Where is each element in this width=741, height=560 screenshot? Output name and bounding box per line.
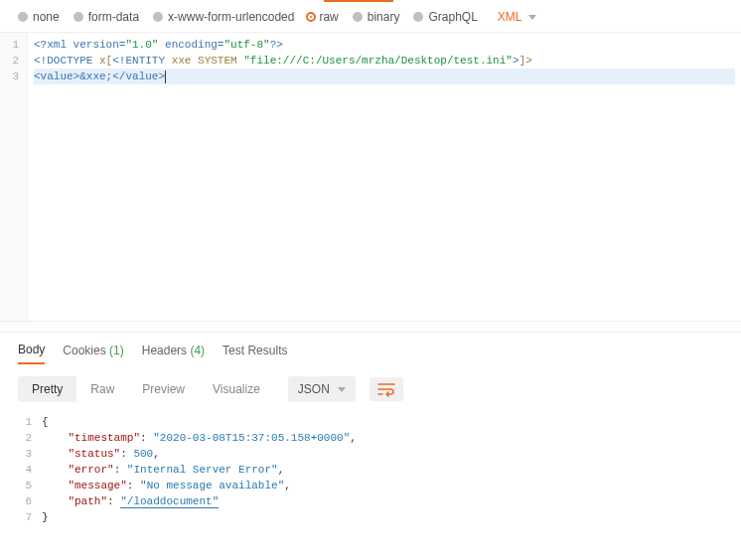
radio-icon	[413, 12, 423, 22]
tab-label: Cookies	[63, 344, 105, 357]
response-format-dropdown[interactable]: JSON	[288, 376, 356, 402]
body-type-urlencoded[interactable]: x-www-form-urlencoded	[153, 10, 294, 24]
text-caret	[165, 70, 166, 83]
view-mode-visualize[interactable]: Visualize	[199, 376, 274, 402]
response-tab-tests[interactable]: Test Results	[222, 344, 287, 363]
view-mode-group: PrettyRawPreviewVisualize	[18, 376, 274, 402]
response-tab-cookies[interactable]: Cookies (1)	[63, 344, 123, 363]
body-type-binary[interactable]: binary	[353, 10, 400, 24]
body-type-row: noneform-datax-www-form-urlencodedrawbin…	[0, 2, 741, 33]
radio-icon	[353, 12, 363, 22]
body-type-label: GraphQL	[428, 10, 477, 24]
body-type-label: binary	[368, 10, 400, 24]
wrap-lines-button[interactable]	[370, 377, 403, 401]
response-tab-headers[interactable]: Headers (4)	[142, 344, 205, 363]
body-type-raw[interactable]: raw	[308, 10, 338, 24]
view-mode-pretty[interactable]: Pretty	[18, 376, 76, 402]
view-controls: PrettyRawPreviewVisualize JSON	[0, 364, 741, 414]
chevron-down-icon	[528, 15, 536, 20]
response-code[interactable]: { "timestamp": "2020-03-08T15:37:05.158+…	[42, 414, 741, 525]
view-mode-preview[interactable]: Preview	[128, 376, 199, 402]
body-type-graphql[interactable]: GraphQL	[413, 10, 477, 24]
response-tabs: BodyCookies (1)Headers (4)Test Results	[0, 333, 741, 364]
raw-format-dropdown[interactable]: XML	[498, 10, 536, 24]
request-code[interactable]: <?xml version="1.0" encoding="utf-8"?><!…	[28, 33, 741, 321]
radio-icon	[74, 12, 83, 22]
wrap-lines-icon	[377, 381, 395, 397]
tab-label: Test Results	[222, 344, 287, 357]
raw-format-label: XML	[498, 10, 522, 24]
tab-label: Body	[18, 343, 45, 356]
request-gutter: 123	[0, 33, 28, 321]
body-type-label: form-data	[88, 10, 139, 24]
splitter[interactable]	[0, 321, 741, 333]
response-body-editor[interactable]: 1234567 { "timestamp": "2020-03-08T15:37…	[0, 414, 741, 525]
chevron-down-icon	[338, 387, 346, 392]
response-tab-body[interactable]: Body	[18, 343, 45, 364]
body-type-none[interactable]: none	[18, 10, 60, 24]
body-type-label: x-www-form-urlencoded	[168, 10, 294, 24]
radio-icon	[18, 12, 28, 22]
tab-count: (4)	[190, 344, 205, 357]
body-type-label: raw	[319, 10, 338, 24]
response-format-label: JSON	[298, 382, 330, 396]
request-body-editor[interactable]: 123 <?xml version="1.0" encoding="utf-8"…	[0, 33, 741, 321]
radio-icon	[308, 14, 314, 20]
tab-label: Headers	[142, 344, 187, 357]
body-type-label: none	[33, 10, 60, 24]
view-mode-raw[interactable]: Raw	[76, 376, 128, 402]
radio-icon	[153, 12, 163, 22]
body-type-form-data[interactable]: form-data	[74, 10, 139, 24]
tab-count: (1)	[109, 344, 124, 357]
response-gutter: 1234567	[18, 414, 42, 525]
